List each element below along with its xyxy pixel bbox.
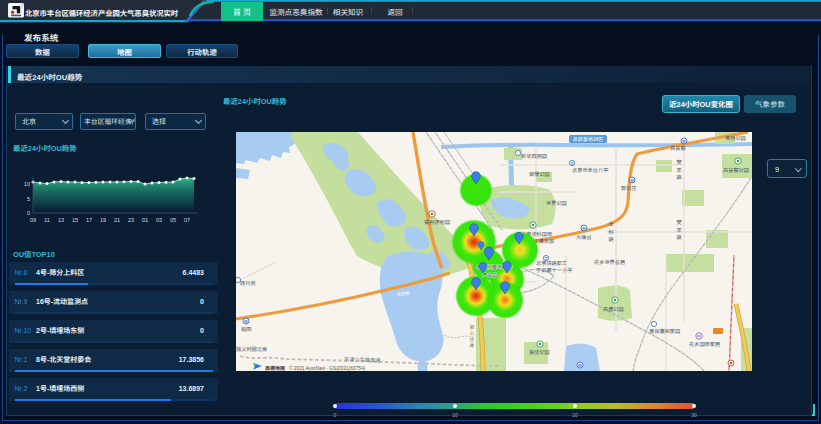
svg-text:花乡国际家居: 花乡国际家居 bbox=[689, 340, 720, 347]
svg-text:05: 05 bbox=[170, 216, 176, 224]
svg-text:北京铁路职工: 北京铁路职工 bbox=[536, 259, 567, 266]
svg-text:丰科路: 丰科路 bbox=[607, 220, 614, 243]
svg-text:大葆台: 大葆台 bbox=[576, 233, 592, 240]
svg-text:独义村回迁房: 独义村回迁房 bbox=[236, 345, 267, 352]
svg-text:0: 0 bbox=[334, 411, 337, 418]
svg-text:青杨公园: 青杨公园 bbox=[725, 134, 746, 141]
svg-text:17: 17 bbox=[86, 216, 92, 224]
svg-text:易保康闲家园: 易保康闲家园 bbox=[649, 327, 680, 334]
svg-text:高德地图: 高德地图 bbox=[265, 364, 285, 371]
svg-text:狼垡公园: 狼垡公园 bbox=[529, 348, 550, 355]
svg-text:京津小京雄高速: 京津小京雄高速 bbox=[344, 355, 381, 363]
svg-text:总部基地18区: 总部基地18区 bbox=[573, 135, 604, 142]
svg-text:23: 23 bbox=[128, 216, 134, 224]
svg-text:13: 13 bbox=[58, 216, 64, 224]
svg-text:09: 09 bbox=[30, 216, 36, 224]
svg-text:樊羊路: 樊羊路 bbox=[675, 158, 682, 181]
svg-text:21: 21 bbox=[114, 216, 120, 224]
svg-text:白盆窑: 白盆窑 bbox=[670, 144, 686, 151]
svg-text:白盆窑公园: 白盆窑公园 bbox=[723, 166, 749, 173]
svg-text:樊羊路: 樊羊路 bbox=[675, 218, 682, 241]
svg-text:文: 文 bbox=[544, 256, 548, 261]
svg-text:御景公园: 御景公园 bbox=[529, 170, 550, 177]
svg-text:郭公庄路: 郭公庄路 bbox=[469, 324, 475, 348]
svg-text:30: 30 bbox=[691, 411, 697, 418]
svg-text:11: 11 bbox=[44, 216, 50, 224]
svg-text:19: 19 bbox=[100, 216, 106, 224]
svg-text:晓月苑: 晓月苑 bbox=[240, 279, 256, 286]
svg-text:03: 03 bbox=[156, 216, 162, 224]
svg-text:郭公庄: 郭公庄 bbox=[621, 184, 637, 191]
svg-text:稻田: 稻田 bbox=[241, 325, 251, 332]
svg-text:紫谷伊甸园: 紫谷伊甸园 bbox=[424, 218, 450, 225]
svg-text:北京市丰台八中: 北京市丰台八中 bbox=[572, 166, 608, 173]
svg-text:01: 01 bbox=[142, 216, 148, 224]
svg-text:© 2021 AutoNavi - GS(2021)6375: © 2021 AutoNavi - GS(2021)6375号 bbox=[289, 364, 366, 371]
svg-text:10: 10 bbox=[24, 180, 30, 188]
svg-text:子弟第十一小学: 子弟第十一小学 bbox=[536, 266, 572, 273]
svg-text:15: 15 bbox=[72, 216, 78, 224]
svg-text:10: 10 bbox=[452, 411, 458, 418]
svg-text:产业园: 产业园 bbox=[482, 271, 498, 278]
svg-text:世界公园: 世界公园 bbox=[546, 199, 567, 206]
svg-text:高鑫公园: 高鑫公园 bbox=[603, 305, 624, 312]
svg-text:5: 5 bbox=[27, 195, 30, 203]
svg-text:20: 20 bbox=[572, 411, 578, 418]
svg-text:花乡世界名居: 花乡世界名居 bbox=[594, 258, 625, 265]
svg-text:文: 文 bbox=[570, 161, 574, 166]
svg-text:07: 07 bbox=[184, 216, 190, 224]
svg-text:新华双拥园: 新华双拥园 bbox=[521, 152, 547, 159]
